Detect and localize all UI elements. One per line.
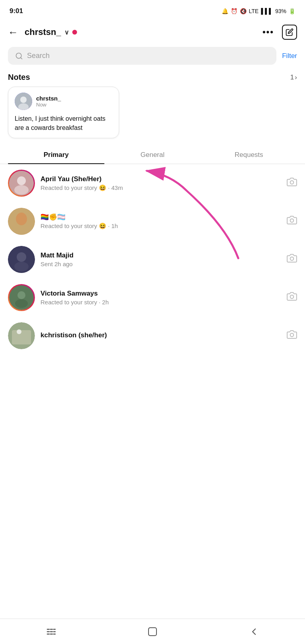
avatar-image bbox=[15, 93, 32, 110]
svg-rect-34 bbox=[149, 628, 156, 636]
camera-icon[interactable] bbox=[287, 291, 297, 304]
chevron-down-icon[interactable]: ∨ bbox=[64, 29, 69, 36]
note-text: Listen, I just think overnight oats are … bbox=[15, 114, 112, 132]
avatar bbox=[8, 170, 35, 197]
svg-point-3 bbox=[20, 97, 27, 103]
compose-icon bbox=[286, 28, 293, 36]
compose-button[interactable] bbox=[282, 25, 297, 40]
message-sender-name: Victoria Samways bbox=[41, 290, 281, 298]
svg-point-20 bbox=[290, 295, 294, 299]
tab-primary[interactable]: Primary bbox=[8, 145, 104, 164]
message-item[interactable]: Victoria Samways Reacted to your story ·… bbox=[0, 278, 305, 317]
filter-button[interactable]: Filter bbox=[282, 52, 297, 60]
message-content: kchristison (she/her) bbox=[41, 331, 281, 340]
signal-bars: ▌▌▌ bbox=[261, 8, 273, 14]
status-time: 9:01 bbox=[10, 7, 23, 15]
nav-home-button[interactable] bbox=[143, 622, 162, 642]
header-right: ••• bbox=[263, 25, 297, 40]
message-sender-name: kchristison (she/her) bbox=[41, 331, 281, 339]
avatar bbox=[8, 284, 35, 311]
avatar bbox=[8, 208, 35, 235]
message-list: April Yau (She/Her) Reacted to your stor… bbox=[0, 164, 305, 355]
note-avatar bbox=[15, 93, 32, 110]
svg-point-11 bbox=[16, 213, 27, 225]
notes-section-title: Notes bbox=[8, 73, 30, 82]
header-title: chrstsn_ ∨ bbox=[25, 27, 77, 37]
avatar bbox=[8, 246, 35, 273]
svg-point-14 bbox=[17, 252, 26, 262]
note-user: chrstsn_ Now bbox=[15, 93, 112, 110]
notes-header: Notes 1 › bbox=[0, 70, 305, 87]
search-container: Search Filter bbox=[0, 44, 305, 70]
message-preview: Reacted to your story 😆 · 1h bbox=[41, 222, 281, 230]
lte-label: LTE bbox=[249, 8, 259, 14]
svg-point-23 bbox=[17, 329, 21, 334]
mute-icon: 🔇 bbox=[240, 8, 247, 14]
battery-percent: 93% bbox=[275, 8, 286, 14]
nav-menu-button[interactable] bbox=[41, 622, 61, 642]
note-card[interactable]: chrstsn_ Now Listen, I just think overni… bbox=[8, 87, 119, 138]
battery-icon: 🔋 bbox=[289, 8, 295, 14]
svg-point-9 bbox=[290, 181, 294, 184]
svg-point-18 bbox=[17, 291, 25, 299]
svg-point-16 bbox=[290, 257, 294, 261]
tabs-bar: Primary General Requests bbox=[0, 145, 305, 164]
camera-icon[interactable] bbox=[287, 215, 297, 228]
status-bar: 9:01 🔔 ⏰ 🔇 LTE ▌▌▌ 93% 🔋 bbox=[0, 0, 305, 21]
search-input[interactable]: Search bbox=[27, 52, 50, 60]
svg-point-8 bbox=[14, 185, 29, 195]
header-left: ← chrstsn_ ∨ bbox=[8, 26, 77, 39]
header: ← chrstsn_ ∨ ••• bbox=[0, 21, 305, 44]
tab-general[interactable]: General bbox=[104, 145, 201, 164]
bottom-nav bbox=[0, 619, 305, 644]
svg-point-19 bbox=[15, 299, 28, 308]
notes-scroll: chrstsn_ Now Listen, I just think overni… bbox=[0, 87, 305, 143]
camera-icon[interactable] bbox=[287, 177, 297, 190]
note-time: Now bbox=[36, 102, 61, 108]
status-right: 🔔 ⏰ 🔇 LTE ▌▌▌ 93% 🔋 bbox=[222, 8, 295, 14]
svg-point-24 bbox=[290, 333, 294, 337]
back-icon bbox=[250, 627, 259, 636]
more-options-button[interactable]: ••• bbox=[263, 27, 274, 37]
notes-chevron-icon: › bbox=[295, 73, 297, 81]
message-item[interactable]: kchristison (she/her) bbox=[0, 317, 305, 355]
message-item[interactable]: 🏳️‍🌈✊🏳️‍⚧️ Reacted to your story 😆 · 1h bbox=[0, 202, 305, 240]
message-preview: Reacted to your story · 2h bbox=[41, 299, 281, 306]
message-content: April Yau (She/Her) Reacted to your stor… bbox=[41, 175, 281, 191]
svg-point-12 bbox=[290, 219, 294, 222]
message-preview: Sent 2h ago bbox=[41, 261, 281, 267]
message-item[interactable]: April Yau (She/Her) Reacted to your stor… bbox=[0, 164, 305, 202]
svg-line-1 bbox=[21, 57, 22, 59]
svg-point-7 bbox=[17, 176, 26, 185]
username-label: chrstsn_ bbox=[25, 27, 61, 37]
message-sender-name: 🏳️‍🌈✊🏳️‍⚧️ bbox=[41, 213, 281, 221]
camera-icon[interactable] bbox=[287, 329, 297, 342]
message-item[interactable]: Matt Majid Sent 2h ago bbox=[0, 240, 305, 278]
svg-point-15 bbox=[14, 262, 29, 271]
back-button[interactable]: ← bbox=[8, 26, 18, 39]
message-sender-name: Matt Majid bbox=[41, 251, 281, 259]
tab-requests[interactable]: Requests bbox=[201, 145, 297, 164]
svg-rect-22 bbox=[12, 330, 31, 344]
search-bar[interactable]: Search bbox=[8, 47, 276, 65]
active-status-dot bbox=[72, 30, 77, 35]
avatar bbox=[8, 322, 35, 349]
alarm-icon: 🔔 bbox=[222, 8, 228, 14]
clock-icon: ⏰ bbox=[231, 8, 237, 14]
camera-icon[interactable] bbox=[287, 253, 297, 266]
note-username: chrstsn_ bbox=[36, 95, 61, 102]
notes-count[interactable]: 1 › bbox=[290, 73, 297, 81]
nav-back-button[interactable] bbox=[244, 622, 264, 642]
home-icon bbox=[147, 626, 158, 637]
message-content: 🏳️‍🌈✊🏳️‍⚧️ Reacted to your story 😆 · 1h bbox=[41, 213, 281, 230]
menu-icon bbox=[46, 628, 56, 636]
message-sender-name: April Yau (She/Her) bbox=[41, 175, 281, 183]
message-content: Matt Majid Sent 2h ago bbox=[41, 251, 281, 267]
message-preview: Reacted to your story 😆 · 43m bbox=[41, 184, 281, 191]
search-icon bbox=[15, 52, 23, 60]
message-content: Victoria Samways Reacted to your story ·… bbox=[41, 290, 281, 306]
